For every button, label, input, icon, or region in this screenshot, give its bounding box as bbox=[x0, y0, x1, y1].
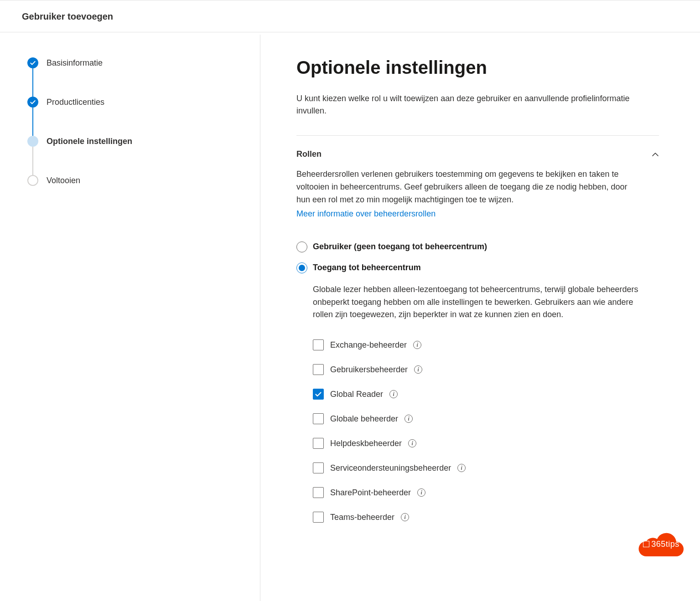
vertical-divider bbox=[260, 35, 260, 601]
check-icon bbox=[30, 60, 36, 66]
checkbox-icon[interactable] bbox=[313, 438, 324, 449]
info-icon[interactable]: i bbox=[404, 415, 413, 423]
check-icon bbox=[315, 390, 322, 398]
info-icon[interactable]: i bbox=[414, 365, 422, 374]
info-icon[interactable]: i bbox=[401, 513, 409, 521]
checkbox-icon[interactable] bbox=[313, 462, 324, 473]
check-icon bbox=[30, 99, 36, 105]
role-globale-beheerder[interactable]: Globale beheerder i bbox=[313, 413, 659, 424]
radio-user-no-access[interactable]: Gebruiker (geen toegang tot beheercentru… bbox=[296, 241, 659, 252]
checkbox-icon[interactable] bbox=[313, 487, 324, 498]
main-panel: Optionele instellingen U kunt kiezen wel… bbox=[260, 32, 700, 564]
checkbox-label: SharePoint-beheerder bbox=[324, 488, 411, 498]
checkbox-label: Globale beheerder bbox=[324, 414, 398, 424]
admin-access-description: Globale lezer hebben alleen-lezentoegang… bbox=[296, 283, 643, 322]
step-indicator-upcoming-icon bbox=[27, 175, 38, 186]
roles-description: Beheerdersrollen verlenen gebruikers toe… bbox=[296, 168, 634, 206]
role-gebruikersbeheerder[interactable]: Gebruikersbeheerder i bbox=[313, 364, 659, 375]
checkbox-label: Exchange-beheerder bbox=[324, 340, 407, 350]
watermark-text: 365tips bbox=[643, 539, 679, 549]
role-global-reader[interactable]: Global Reader i bbox=[313, 389, 659, 400]
role-sharepoint-beheerder[interactable]: SharePoint-beheerder i bbox=[313, 487, 659, 498]
info-icon[interactable]: i bbox=[457, 464, 466, 472]
checkbox-icon[interactable] bbox=[313, 413, 324, 424]
roles-learn-more-link[interactable]: Meer informatie over beheerdersrollen bbox=[296, 209, 436, 219]
admin-roles-list: Exchange-beheerder i Gebruikersbeheerder… bbox=[296, 339, 659, 523]
radio-label: Toegang tot beheercentrum bbox=[307, 263, 421, 272]
step-connector bbox=[32, 68, 33, 97]
step-optionele-instellingen[interactable]: Optionele instellingen bbox=[27, 136, 238, 175]
radio-selected-icon[interactable] bbox=[296, 262, 307, 273]
checkbox-label: Helpdeskbeheerder bbox=[324, 439, 402, 448]
panel-header: Gebruiker toevoegen bbox=[0, 0, 700, 32]
step-label: Productlicenties bbox=[38, 97, 104, 108]
step-indicator-complete-icon bbox=[27, 97, 38, 108]
radio-admin-access[interactable]: Toegang tot beheercentrum bbox=[296, 262, 659, 273]
checkbox-checked-icon[interactable] bbox=[313, 389, 324, 400]
step-label: Optionele instellingen bbox=[38, 136, 132, 147]
page-title: Optionele instellingen bbox=[296, 57, 659, 78]
step-voltooien[interactable]: Voltooien bbox=[27, 175, 238, 186]
step-basisinformatie[interactable]: Basisinformatie bbox=[27, 57, 238, 97]
checkbox-icon[interactable] bbox=[313, 364, 324, 375]
checkbox-label: Global Reader bbox=[324, 390, 383, 399]
role-teams-beheerder[interactable]: Teams-beheerder i bbox=[313, 512, 659, 523]
step-indicator-complete-icon bbox=[27, 57, 38, 68]
checkbox-label: Gebruikersbeheerder bbox=[324, 365, 408, 375]
role-serviceondersteuningsbeheerder[interactable]: Serviceondersteuningsbeheerder i bbox=[313, 462, 659, 473]
chevron-up-icon bbox=[652, 151, 659, 158]
info-icon[interactable]: i bbox=[417, 488, 425, 497]
step-connector bbox=[32, 147, 33, 175]
role-exchange-beheerder[interactable]: Exchange-beheerder i bbox=[313, 339, 659, 350]
checkbox-label: Serviceondersteuningsbeheerder bbox=[324, 463, 451, 473]
checkbox-icon[interactable] bbox=[313, 339, 324, 350]
step-label: Basisinformatie bbox=[38, 57, 103, 68]
roles-accordion-header[interactable]: Rollen bbox=[296, 136, 659, 168]
step-indicator-current-icon bbox=[27, 136, 38, 147]
info-icon[interactable]: i bbox=[408, 439, 416, 447]
checkbox-label: Teams-beheerder bbox=[324, 513, 394, 522]
watermark-label: 365tips bbox=[651, 539, 679, 549]
page-description: U kunt kiezen welke rol u wilt toewijzen… bbox=[296, 92, 648, 117]
role-helpdeskbeheerder[interactable]: Helpdeskbeheerder i bbox=[313, 438, 659, 449]
radio-label: Gebruiker (geen toegang tot beheercentru… bbox=[307, 242, 487, 252]
info-icon[interactable]: i bbox=[389, 390, 398, 398]
step-connector bbox=[32, 108, 33, 136]
office-logo-icon bbox=[643, 541, 649, 547]
step-label: Voltooien bbox=[38, 175, 80, 186]
roles-section-title: Rollen bbox=[296, 149, 321, 159]
step-productlicenties[interactable]: Productlicenties bbox=[27, 97, 238, 136]
radio-icon[interactable] bbox=[296, 241, 307, 252]
watermark-365tips: 365tips bbox=[636, 528, 686, 560]
wizard-stepper: Basisinformatie Productlicenties Optione… bbox=[0, 32, 260, 564]
panel-header-title: Gebruiker toevoegen bbox=[22, 11, 678, 22]
info-icon[interactable]: i bbox=[413, 341, 421, 349]
checkbox-icon[interactable] bbox=[313, 512, 324, 523]
